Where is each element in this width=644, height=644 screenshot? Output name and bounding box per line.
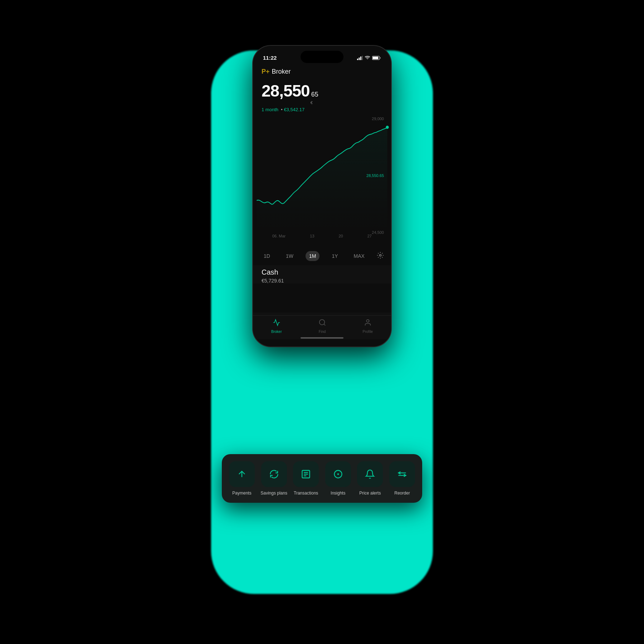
portfolio-value-main: 28,550 [262, 81, 310, 100]
portfolio-currency: € [311, 100, 313, 105]
transactions-icon-box [293, 461, 319, 487]
tab-max[interactable]: MAX [350, 251, 368, 261]
payments-label: Payments [232, 491, 251, 496]
price-alerts-icon-box [357, 461, 383, 487]
phone-device: 11:22 [252, 45, 392, 347]
settings-icon[interactable] [377, 252, 384, 260]
svg-point-9 [366, 319, 369, 322]
action-payments[interactable]: Payments [228, 461, 256, 496]
wifi-icon [365, 56, 370, 60]
scene: 11:22 [197, 27, 447, 617]
nav-profile[interactable]: Profile [363, 319, 373, 334]
battery-icon [372, 56, 381, 60]
broker-nav-label: Broker [271, 330, 282, 334]
chart-x-label-1: 06. Mar [272, 234, 286, 238]
action-insights[interactable]: Insights [324, 461, 352, 496]
chart-label-bottom: 24,500 [366, 230, 384, 235]
payments-icon-box [229, 461, 255, 487]
portfolio-change: €3,542.17 [284, 107, 304, 112]
logo-text: Broker [272, 68, 291, 75]
nav-find[interactable]: Find [318, 319, 326, 334]
profile-nav-label: Profile [363, 330, 373, 334]
tab-1y[interactable]: 1Y [328, 251, 341, 261]
portfolio-value-decimal: 65 [311, 91, 318, 98]
profile-icon [364, 319, 372, 328]
action-reorder[interactable]: Reorder [388, 461, 416, 496]
chart-end-dot [386, 126, 389, 129]
portfolio-meta: 1 month • €3,542.17 [262, 107, 382, 112]
tab-1m[interactable]: 1M [306, 251, 319, 261]
period-tabs: 1D 1W 1M 1Y MAX [253, 247, 391, 265]
chart-area: 29,000 28,550.65 24,500 [253, 117, 391, 245]
svg-rect-5 [380, 57, 381, 59]
status-time: 11:22 [263, 55, 277, 61]
chart-x-label-2: 13 [310, 234, 314, 238]
tab-1d[interactable]: 1D [260, 251, 274, 261]
savings-label: Savings plans [260, 491, 287, 496]
svg-rect-3 [362, 56, 363, 60]
portfolio-period: 1 month [262, 107, 278, 112]
savings-icon-box [261, 461, 287, 487]
action-popup: Payments Savings plans Tr [222, 454, 422, 503]
chart-x-label-3: 20 [339, 234, 343, 238]
cash-value: €5,729.61 [262, 278, 382, 284]
chart-label-current: 28,550.65 [366, 173, 384, 178]
logo-icon: P+ [262, 68, 270, 75]
svg-point-7 [379, 254, 381, 256]
tab-1w[interactable]: 1W [282, 251, 297, 261]
action-savings[interactable]: Savings plans [260, 461, 288, 496]
broker-icon [273, 319, 280, 328]
insights-icon-box [325, 461, 351, 487]
phone-screen: 11:22 [253, 46, 391, 346]
reorder-label: Reorder [394, 491, 410, 496]
home-indicator [301, 337, 343, 339]
dynamic-island [301, 51, 343, 63]
cash-label: Cash [262, 268, 382, 276]
price-alerts-label: Price alerts [359, 491, 381, 496]
action-transactions[interactable]: Transactions [292, 461, 320, 496]
action-price-alerts[interactable]: Price alerts [356, 461, 384, 496]
svg-point-15 [338, 473, 338, 474]
svg-rect-1 [359, 58, 360, 60]
signal-icon [357, 56, 363, 60]
portfolio-value: 28,550 65 € [262, 81, 382, 105]
svg-point-8 [319, 319, 325, 325]
find-icon [318, 319, 326, 328]
chart-label-top: 29,000 [366, 117, 384, 121]
svg-rect-0 [357, 59, 358, 60]
svg-rect-6 [373, 56, 379, 59]
status-icons [357, 56, 381, 60]
svg-rect-2 [360, 56, 361, 60]
insights-label: Insights [331, 491, 345, 496]
reorder-icon-box [389, 461, 415, 487]
chart-labels-right: 29,000 28,550.65 24,500 [366, 117, 384, 235]
find-nav-label: Find [319, 330, 326, 334]
nav-broker[interactable]: Broker [271, 319, 282, 334]
transactions-label: Transactions [294, 491, 318, 496]
cash-section: Cash €5,729.61 [262, 268, 382, 284]
broker-logo: P+ Broker [262, 68, 382, 75]
bottom-nav: Broker Find [253, 315, 391, 335]
